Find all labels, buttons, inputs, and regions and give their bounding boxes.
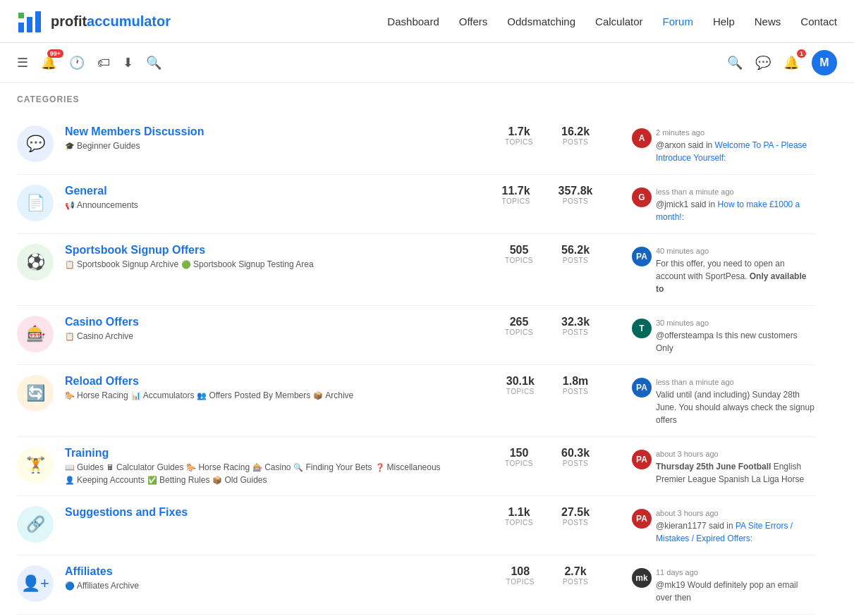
latest-time[interactable]: less than a minute ago xyxy=(656,187,815,196)
sub-label: Calculator Guides xyxy=(116,462,183,472)
bell-badge: 1 xyxy=(797,49,806,58)
category-stats-suggestions: 1.1kTOPICS27.5kPOSTS xyxy=(477,506,618,526)
topics-label: TOPICS xyxy=(502,197,530,205)
latest-text: @mk19 Would definitely pop an email over… xyxy=(656,579,815,604)
nav-help[interactable]: Help xyxy=(713,16,735,27)
sub-item[interactable]: 📦Old Guides xyxy=(212,475,267,485)
sub-item[interactable]: 📦Archive xyxy=(313,390,353,400)
latest-avatar: T xyxy=(632,319,652,338)
topics-label: TOPICS xyxy=(506,578,535,586)
sub-label: Keeping Accounts xyxy=(77,475,145,485)
category-name-training[interactable]: Training xyxy=(65,447,109,459)
nav-calculator[interactable]: Calculator xyxy=(595,16,643,27)
category-row-general: 📄General📢Announcements11.7kTOPICS357.8kP… xyxy=(17,175,815,234)
sub-icon: 📖 xyxy=(65,463,75,472)
category-name-reload[interactable]: Reload Offers xyxy=(65,375,139,387)
sub-icon: 📋 xyxy=(65,332,75,341)
sub-icon: 📋 xyxy=(65,260,75,269)
sub-item[interactable]: 🖩Calculator Guides xyxy=(106,462,183,472)
sub-icon: 👤 xyxy=(65,476,75,485)
category-row-sportsbook: ⚽Sportsbook Signup Offers📋Sportsbook Sig… xyxy=(17,234,815,306)
logo[interactable]: profitaccumulator xyxy=(17,8,171,34)
latest-avatar: PA xyxy=(632,378,652,398)
category-icon-suggestions: 🔗 xyxy=(17,506,54,543)
sub-item[interactable]: 🔵Affiliates Archive xyxy=(65,581,139,591)
download-icon[interactable]: ⬇ xyxy=(123,55,133,70)
category-info-suggestions: Suggestions and Fixes xyxy=(65,506,477,519)
tag-icon[interactable]: 🏷 xyxy=(97,56,110,70)
sub-item[interactable]: 🎰Casino xyxy=(252,462,291,472)
latest-user: PAabout 3 hours agoThursday 25th June Fo… xyxy=(632,450,815,486)
category-name-general[interactable]: General xyxy=(65,185,107,197)
topics-count: 265 xyxy=(505,316,533,328)
category-subs-general: 📢Announcements xyxy=(65,200,477,210)
nav-dashboard[interactable]: Dashboard xyxy=(387,16,439,27)
sub-item[interactable]: 📋Sportsbook Signup Archive xyxy=(65,259,178,269)
bell-icon[interactable]: 🔔 1 xyxy=(783,55,799,70)
category-name-affiliates[interactable]: Affiliates xyxy=(65,565,113,577)
category-info-new-members: New Members Discussion🎓Beginner Guides xyxy=(65,125,477,151)
posts-count: 27.5k xyxy=(561,506,590,519)
category-name-sportsbook[interactable]: Sportsbook Signup Offers xyxy=(65,244,205,256)
nav-news[interactable]: News xyxy=(755,16,781,27)
topics-label: TOPICS xyxy=(505,328,533,336)
sub-item[interactable]: 🎓Beginner Guides xyxy=(65,141,140,151)
sub-item[interactable]: 📋Casino Archive xyxy=(65,331,133,341)
sub-item[interactable]: 🔍Finding Your Bets xyxy=(293,462,372,472)
category-icon-training: 🏋 xyxy=(17,447,54,483)
sub-label: Betting Rules xyxy=(159,475,209,485)
search-icon-right[interactable]: 🔍 xyxy=(727,55,743,70)
sub-label: Miscellaneous xyxy=(387,462,441,472)
sub-item[interactable]: 👥Offers Posted By Members xyxy=(197,390,310,400)
sub-item[interactable]: 📊Accumulators xyxy=(131,390,195,400)
latest-time[interactable]: 11 days ago xyxy=(656,568,815,577)
sub-item[interactable]: 🟢Sportsbook Signup Testing Area xyxy=(181,259,314,269)
category-subs-sportsbook: 📋Sportsbook Signup Archive🟢Sportsbook Si… xyxy=(65,259,477,269)
latest-time[interactable]: about 3 hours ago xyxy=(656,450,815,458)
latest-time[interactable]: 30 minutes ago xyxy=(656,319,815,327)
notifications-icon[interactable]: 🔔 99+ xyxy=(41,55,56,70)
sub-item[interactable]: ❓Miscellaneous xyxy=(375,462,441,472)
sub-icon: 📢 xyxy=(65,201,75,210)
topics-count: 150 xyxy=(505,447,533,460)
latest-time[interactable]: 2 minutes ago xyxy=(656,128,815,137)
latest-content: about 3 hours ago@kieran1177 said in PA … xyxy=(656,509,815,545)
sub-label: Accumulators xyxy=(143,390,195,400)
nav-forum[interactable]: Forum xyxy=(663,16,693,27)
search-icon-toolbar[interactable]: 🔍 xyxy=(146,55,161,70)
sub-item[interactable]: 👤Keeping Accounts xyxy=(65,475,145,485)
topics-stat: 11.7kTOPICS xyxy=(502,185,530,205)
latest-time[interactable]: 40 minutes ago xyxy=(656,247,815,255)
category-row-reload: 🔄Reload Offers🐎Horse Racing📊Accumulators… xyxy=(17,365,815,437)
topics-count: 1.7k xyxy=(505,125,533,138)
nav-contact[interactable]: Contact xyxy=(800,16,837,27)
sub-item[interactable]: 📖Guides xyxy=(65,462,104,472)
latest-text: @jmick1 said in How to make £1000 a mont… xyxy=(656,198,815,223)
posts-label: POSTS xyxy=(561,257,590,264)
nav-offers[interactable]: Offers xyxy=(459,16,488,27)
category-icon-casino: 🎰 xyxy=(17,316,54,352)
category-icon-affiliates: 👤+ xyxy=(17,565,54,602)
latest-time[interactable]: about 3 hours ago xyxy=(656,509,815,517)
category-name-suggestions[interactable]: Suggestions and Fixes xyxy=(65,506,188,518)
sub-item[interactable]: 🐎Horse Racing xyxy=(65,390,128,400)
user-avatar[interactable]: M xyxy=(812,50,837,75)
topics-count: 30.1k xyxy=(506,375,535,388)
category-name-new-members[interactable]: New Members Discussion xyxy=(65,125,204,137)
latest-content: 2 minutes ago@arxon said in Welcome To P… xyxy=(656,128,815,164)
sub-item[interactable]: 🐎Horse Racing xyxy=(186,462,250,472)
clock-icon[interactable]: 🕐 xyxy=(69,55,85,70)
sub-item[interactable]: 📢Announcements xyxy=(65,200,138,210)
sub-icon: 📊 xyxy=(131,391,141,400)
topics-count: 1.1k xyxy=(505,506,533,519)
chat-icon[interactable]: 💬 xyxy=(755,55,771,70)
svg-rect-3 xyxy=(18,13,24,18)
latest-text: Thursday 25th June Football English Prem… xyxy=(656,460,815,486)
latest-time[interactable]: less than a minute ago xyxy=(656,378,815,386)
menu-icon[interactable]: ☰ xyxy=(17,55,28,70)
nav-oddsmatching[interactable]: Oddsmatching xyxy=(507,16,575,27)
main-content: CATEGORIES 💬New Members Discussion🎓Begin… xyxy=(0,83,832,616)
sub-item[interactable]: ✅Betting Rules xyxy=(147,475,209,485)
posts-stat: 32.3kPOSTS xyxy=(561,316,590,336)
category-name-casino[interactable]: Casino Offers xyxy=(65,316,139,328)
